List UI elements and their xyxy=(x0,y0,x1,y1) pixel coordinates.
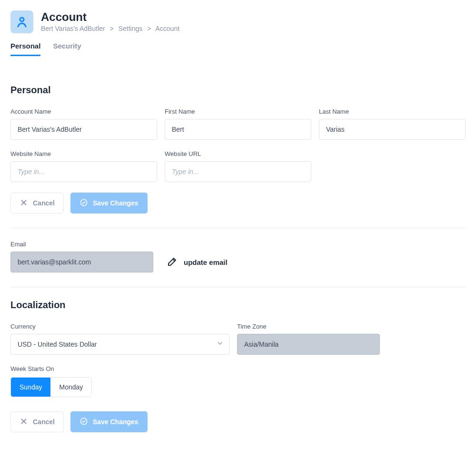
website-name-input[interactable] xyxy=(10,161,157,182)
last-name-input[interactable] xyxy=(319,119,466,140)
section-title-localization: Localization xyxy=(10,300,466,311)
label-last-name: Last Name xyxy=(319,108,466,115)
currency-select[interactable] xyxy=(10,334,229,355)
update-email-label: update email xyxy=(184,258,228,266)
save-label: Save Changes xyxy=(93,199,139,207)
label-email: Email xyxy=(10,241,153,248)
section-title-personal: Personal xyxy=(10,85,466,96)
website-url-input[interactable] xyxy=(165,161,311,182)
account-icon xyxy=(10,10,33,33)
account-name-input[interactable] xyxy=(10,119,157,140)
tab-personal[interactable]: Personal xyxy=(10,42,40,56)
update-email-button[interactable]: update email xyxy=(167,252,228,272)
cancel-label: Cancel xyxy=(33,199,55,207)
label-first-name: First Name xyxy=(165,108,311,115)
week-starts-toggle: Sunday Monday xyxy=(10,377,92,397)
label-currency: Currency xyxy=(10,323,229,330)
check-circle-icon xyxy=(79,417,88,427)
edit-icon xyxy=(167,256,178,269)
svg-point-0 xyxy=(20,18,24,21)
chevron-right-icon: > xyxy=(147,25,151,32)
week-option-sunday[interactable]: Sunday xyxy=(11,378,50,397)
divider xyxy=(10,228,466,228)
check-circle-icon xyxy=(79,198,88,208)
label-website-url: Website URL xyxy=(165,150,311,157)
page-header: Account Bert Varias's AdButler > Setting… xyxy=(10,10,466,33)
save-button[interactable]: Save Changes xyxy=(70,193,148,214)
save-label: Save Changes xyxy=(93,418,139,426)
svg-point-2 xyxy=(80,418,87,425)
cancel-button[interactable]: Cancel xyxy=(10,193,64,214)
cancel-button[interactable]: Cancel xyxy=(10,411,64,432)
label-timezone: Time Zone xyxy=(237,323,380,330)
label-week-starts: Week Starts On xyxy=(10,365,466,372)
breadcrumb-item[interactable]: Bert Varias's AdButler xyxy=(41,25,105,32)
close-icon xyxy=(20,198,28,208)
breadcrumb: Bert Varias's AdButler > Settings > Acco… xyxy=(41,25,179,32)
email-input xyxy=(10,252,153,272)
tab-security[interactable]: Security xyxy=(53,42,81,56)
cancel-label: Cancel xyxy=(33,418,55,426)
close-icon xyxy=(20,417,28,427)
label-website-name: Website Name xyxy=(10,150,157,157)
label-account-name: Account Name xyxy=(10,108,157,115)
timezone-input xyxy=(237,334,380,355)
week-option-monday[interactable]: Monday xyxy=(50,378,91,397)
svg-point-1 xyxy=(80,199,87,206)
breadcrumb-item: Account xyxy=(155,25,179,32)
save-button[interactable]: Save Changes xyxy=(70,411,148,432)
tabs: Personal Security xyxy=(10,42,466,56)
page-title: Account xyxy=(41,10,179,24)
first-name-input[interactable] xyxy=(165,119,311,140)
breadcrumb-item[interactable]: Settings xyxy=(119,25,143,32)
chevron-right-icon: > xyxy=(110,25,114,32)
divider xyxy=(10,287,466,287)
